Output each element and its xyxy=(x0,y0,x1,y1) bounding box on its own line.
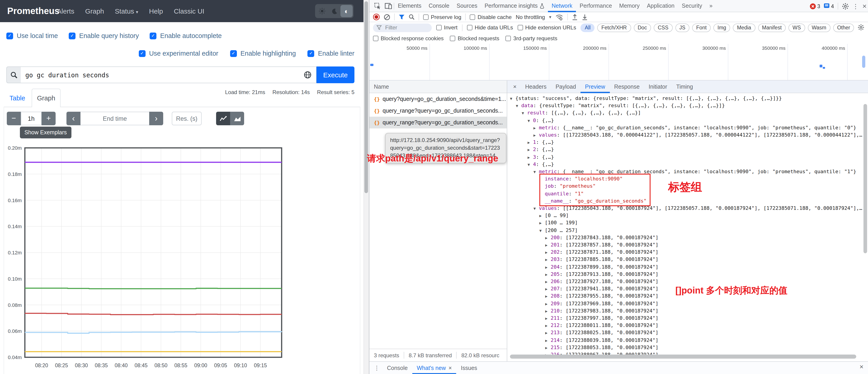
chip-doc[interactable]: Doc xyxy=(633,23,651,32)
network-conditions-icon[interactable] xyxy=(555,13,563,20)
filter-input[interactable] xyxy=(384,24,425,31)
inspect-element-button[interactable] xyxy=(372,0,383,12)
gear-icon[interactable] xyxy=(842,2,849,10)
export-har-icon[interactable] xyxy=(582,14,588,20)
setting-use-experimental-editor[interactable]: ✓Use experimental editor xyxy=(138,50,218,57)
json-line[interactable]: ▶1: {,…} xyxy=(528,139,554,147)
nav-link-alerts[interactable]: Alerts xyxy=(57,7,74,15)
request-row[interactable]: {}query?query=go_gc_duration_seconds&tim… xyxy=(369,93,507,105)
triangle-right-icon[interactable]: ▶ xyxy=(545,315,551,322)
chip-other[interactable]: Other xyxy=(833,23,854,32)
json-line[interactable]: ▶211: [1722387997.188, "0.000187924"] xyxy=(545,315,658,322)
json-line[interactable]: ▶213: [1722388025.188, "0.000187924"] xyxy=(545,330,658,337)
triangle-right-icon[interactable]: ▶ xyxy=(545,337,551,344)
triangle-right-icon[interactable]: ▶ xyxy=(533,124,539,132)
tab-graph[interactable]: Graph xyxy=(32,89,61,107)
import-har-icon[interactable] xyxy=(572,14,578,20)
json-line[interactable]: ▶values: [[1722385043.188, "0.000044122"… xyxy=(533,132,862,139)
triangle-right-icon[interactable]: ▶ xyxy=(545,256,551,263)
3rd-party-requests-checkbox[interactable]: 3rd-party requests xyxy=(506,35,557,41)
auto-theme-button[interactable]: ◐ xyxy=(340,5,352,17)
triangle-down-icon[interactable]: ▼ xyxy=(528,117,533,124)
triangle-down-icon[interactable]: ▼ xyxy=(522,110,527,117)
time-back-button[interactable]: ‹ xyxy=(66,112,81,125)
nav-link-graph[interactable]: Graph xyxy=(85,7,104,15)
json-line[interactable]: ▼4: {,…} xyxy=(528,161,554,169)
triangle-right-icon[interactable]: ▶ xyxy=(533,132,539,139)
triangle-down-icon[interactable]: ▼ xyxy=(516,102,521,110)
triangle-right-icon[interactable]: ▶ xyxy=(545,263,551,271)
range-decrease-button[interactable]: − xyxy=(7,112,21,125)
close-detail-icon[interactable]: × xyxy=(509,83,521,90)
blocked-requests-checkbox[interactable]: Blocked requests xyxy=(450,35,499,41)
light-theme-button[interactable] xyxy=(316,5,328,17)
tab-sources[interactable]: Sources xyxy=(453,0,481,12)
chip-img[interactable]: Img xyxy=(713,23,730,32)
triangle-right-icon[interactable]: ▶ xyxy=(528,139,533,146)
json-line[interactable]: ▶210: [1722387983.188, "0.000187924"] xyxy=(545,308,658,315)
triangle-right-icon[interactable]: ▶ xyxy=(545,242,551,249)
stacked-chart-toggle[interactable] xyxy=(230,112,244,125)
json-line[interactable]: ▶[100 … 199] xyxy=(539,220,578,227)
json-line[interactable]: ▼[200 … 257] xyxy=(539,227,578,235)
nav-link-status[interactable]: Status▾ xyxy=(115,7,138,15)
json-line[interactable]: ▶metric: {__name__: "go_gc_duration_seco… xyxy=(533,124,856,132)
hide-extension-urls-checkbox[interactable]: Hide extension URLs xyxy=(518,24,576,31)
detail-tab-timing[interactable]: Timing xyxy=(672,81,698,93)
resolution-input[interactable] xyxy=(172,112,202,125)
triangle-right-icon[interactable]: ▶ xyxy=(545,322,551,329)
json-line[interactable]: ▶2: {,…} xyxy=(528,146,554,154)
json-line[interactable]: ▼result: [{,…}, {,…}, {,…}, {,…}, {,…}] xyxy=(522,110,641,117)
triangle-right-icon[interactable]: ▶ xyxy=(545,285,551,292)
close-drawer-icon[interactable]: × xyxy=(860,363,864,370)
json-line[interactable]: ▶200: [1722387843.188, "0.000187924"] xyxy=(545,234,658,242)
detail-tab-response[interactable]: Response xyxy=(610,81,644,93)
execute-button[interactable]: Execute xyxy=(316,66,354,83)
tab-memory[interactable]: Memory xyxy=(616,0,643,12)
triangle-right-icon[interactable]: ▶ xyxy=(545,300,551,307)
tab-table[interactable]: Table xyxy=(9,95,25,102)
json-line[interactable]: ▶3: {,…} xyxy=(528,154,554,161)
filter-input-pill[interactable] xyxy=(373,23,432,32)
json-line[interactable]: ▶203: [1722387885.188, "0.000187924"] xyxy=(545,256,658,264)
request-row[interactable]: {}query_range?query=go_gc_duration_secon… xyxy=(369,117,507,128)
json-line[interactable]: ▶212: [1722388011.188, "0.000187924"] xyxy=(545,322,658,330)
detail-tab-initiator[interactable]: Initiator xyxy=(644,81,672,93)
horizontal-scrollbar-thumb[interactable] xyxy=(510,354,856,359)
triangle-right-icon[interactable]: ▶ xyxy=(539,220,545,227)
tab-security[interactable]: Security xyxy=(678,0,706,12)
chip-manifest[interactable]: Manifest xyxy=(758,23,786,32)
query-input[interactable] xyxy=(21,66,300,83)
triangle-right-icon[interactable]: ▶ xyxy=(528,146,533,154)
json-line[interactable]: ▶205: [1722387913.188, "0.000187924"] xyxy=(545,271,658,279)
json-line[interactable]: ▶[0 … 99] xyxy=(539,212,569,220)
end-time-input[interactable] xyxy=(81,112,149,125)
blocked-response-cookies-checkbox[interactable]: Blocked response cookies xyxy=(373,35,444,41)
time-forward-button[interactable]: › xyxy=(149,112,163,125)
chip-ws[interactable]: WS xyxy=(788,23,805,32)
theme-toggle[interactable]: ◐ xyxy=(315,4,353,18)
triangle-down-icon[interactable]: ▼ xyxy=(533,168,539,176)
detail-tab-preview[interactable]: Preview xyxy=(581,81,610,93)
triangle-right-icon[interactable]: ▶ xyxy=(539,212,545,219)
range-value[interactable]: 1h xyxy=(21,112,41,125)
filter-icon[interactable] xyxy=(399,14,405,20)
chip-fetch-xhr[interactable]: Fetch/XHR xyxy=(597,23,631,32)
nav-link-help[interactable]: Help xyxy=(149,7,163,15)
vertical-scrollbar-thumb[interactable] xyxy=(864,104,867,253)
triangle-right-icon[interactable]: ▶ xyxy=(545,344,551,351)
network-overview-timeline[interactable]: 50000 ms100000 ms150000 ms200000 ms25000… xyxy=(369,44,868,81)
close-devtools-icon[interactable]: × xyxy=(862,2,867,10)
setting-enable-linter[interactable]: ✓Enable linter xyxy=(308,50,354,57)
triangle-right-icon[interactable]: ▶ xyxy=(545,249,551,256)
invert-checkbox[interactable]: Invert xyxy=(436,24,458,31)
drawer-tab-console[interactable]: Console xyxy=(382,362,412,374)
json-line[interactable]: ▶201: [1722387857.188, "0.000187924"] xyxy=(545,242,658,249)
chip-all[interactable]: All xyxy=(581,23,595,32)
json-line[interactable]: ▶206: [1722387927.188, "0.000187924"] xyxy=(545,278,658,286)
more-tabs-chevron-icon[interactable]: » xyxy=(706,0,716,12)
json-line[interactable]: ▼data: {resultType: "matrix", result: [{… xyxy=(516,102,725,110)
preserve-log-checkbox[interactable]: Preserve log xyxy=(423,14,461,20)
triangle-right-icon[interactable]: ▶ xyxy=(545,278,551,285)
triangle-right-icon[interactable]: ▶ xyxy=(528,154,533,161)
